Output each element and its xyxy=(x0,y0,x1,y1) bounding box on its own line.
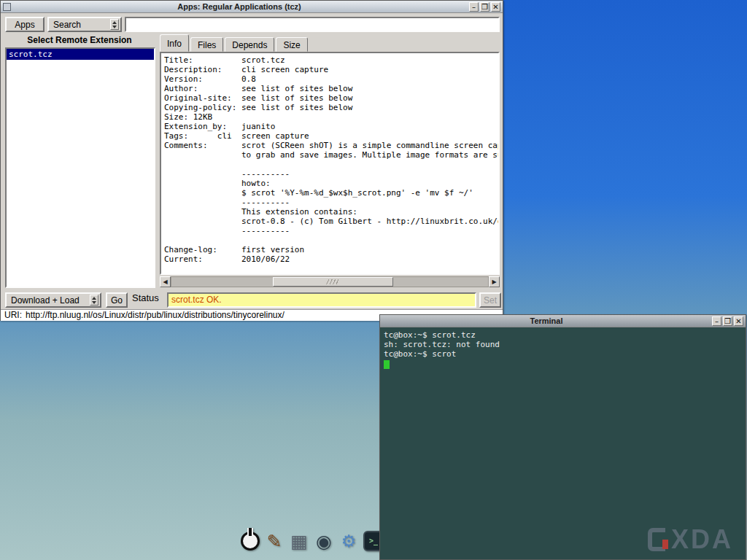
extension-list[interactable]: scrot.tcz xyxy=(5,47,155,288)
xda-watermark: XDA xyxy=(648,524,733,555)
info-panel: Title: scrot.tcz Description: cli screen… xyxy=(160,52,500,275)
spinner-icon xyxy=(90,295,98,306)
tab-bar: InfoFilesDependsSize xyxy=(160,34,309,52)
minimize-icon[interactable]: – xyxy=(712,316,721,326)
desktop: Apps: Regular Applications (tcz) – ❐ ✕ A… xyxy=(0,0,747,560)
search-select[interactable]: Search xyxy=(47,17,122,32)
terminal-cursor xyxy=(384,360,390,369)
horizontal-scrollbar[interactable]: ◀ ▶ xyxy=(160,276,500,287)
set-button: Set xyxy=(479,292,501,308)
power-icon[interactable] xyxy=(241,532,260,551)
apps-window-titlebar[interactable]: Apps: Regular Applications (tcz) – ❐ ✕ xyxy=(1,1,503,13)
status-label: Status xyxy=(132,292,159,308)
xda-logo-text: XDA xyxy=(671,524,733,555)
terminal-lines: tc@box:~$ scrot.tczsh: scrot.tcz: not fo… xyxy=(384,330,742,359)
tab-files[interactable]: Files xyxy=(190,37,223,52)
tab-info[interactable]: Info xyxy=(160,34,189,52)
screenshot-icon[interactable]: ▦ xyxy=(289,531,309,551)
go-button[interactable]: Go xyxy=(106,292,128,308)
scroll-left-icon[interactable]: ◀ xyxy=(160,276,171,287)
status-field[interactable]: scrot.tcz OK. xyxy=(167,292,476,308)
apps-menu-button[interactable]: Apps xyxy=(5,17,44,32)
select-remote-extension-label: Select Remote Extension xyxy=(1,35,158,45)
terminal-title: Terminal xyxy=(382,316,711,325)
window-controls: – ❐ ✕ xyxy=(468,2,500,12)
terminal-window: Terminal – ❐ ✕ tc@box:~$ scrot.tczsh: sc… xyxy=(379,314,746,560)
action-select[interactable]: Download + Load xyxy=(5,292,101,308)
dock: ✎▦◉⚙>_ xyxy=(241,531,384,551)
list-item[interactable]: scrot.tcz xyxy=(7,49,154,60)
window-menu-icon[interactable] xyxy=(3,3,11,11)
terminal-titlebar[interactable]: Terminal – ❐ ✕ xyxy=(380,315,746,327)
search-select-label: Search xyxy=(53,20,81,30)
search-disc-icon[interactable]: ◉ xyxy=(314,531,334,551)
xda-logo-icon xyxy=(648,528,665,551)
scrollbar-track[interactable] xyxy=(171,276,489,287)
close-icon[interactable]: ✕ xyxy=(734,316,743,326)
scroll-right-icon[interactable]: ▶ xyxy=(489,276,500,287)
minimize-icon[interactable]: – xyxy=(469,2,479,12)
maximize-icon[interactable]: ❐ xyxy=(480,2,489,12)
close-icon[interactable]: ✕ xyxy=(491,2,500,12)
apps-window-title: Apps: Regular Applications (tcz) xyxy=(11,2,468,11)
window-controls: – ❐ ✕ xyxy=(711,316,743,326)
uri-label: URI: xyxy=(4,310,22,321)
xda-logo-accent xyxy=(662,540,668,549)
maximize-icon[interactable]: ❐ xyxy=(723,316,732,326)
uri-value: http://ftp.nluug.nl/os/Linux/distr/pub/l… xyxy=(26,310,285,321)
tab-depends[interactable]: Depends xyxy=(225,37,274,52)
terminal-line: sh: scrot.tcz: not found xyxy=(384,340,742,349)
terminal-line: tc@box:~$ scrot xyxy=(384,349,742,359)
spinner-icon xyxy=(110,19,119,30)
scrollbar-thumb[interactable] xyxy=(273,277,393,287)
apps-window: Apps: Regular Applications (tcz) – ❐ ✕ A… xyxy=(0,0,503,321)
paint-icon[interactable]: ✎ xyxy=(264,531,285,551)
tools-icon[interactable]: ⚙ xyxy=(338,531,359,551)
action-select-label: Download + Load xyxy=(11,295,80,306)
terminal-line: tc@box:~$ scrot.tcz xyxy=(384,330,742,340)
info-text: Title: scrot.tcz Description: cli screen… xyxy=(161,53,498,266)
tab-size[interactable]: Size xyxy=(276,37,307,52)
search-input[interactable] xyxy=(125,17,500,32)
status-text: scrot.tcz OK. xyxy=(171,295,222,305)
